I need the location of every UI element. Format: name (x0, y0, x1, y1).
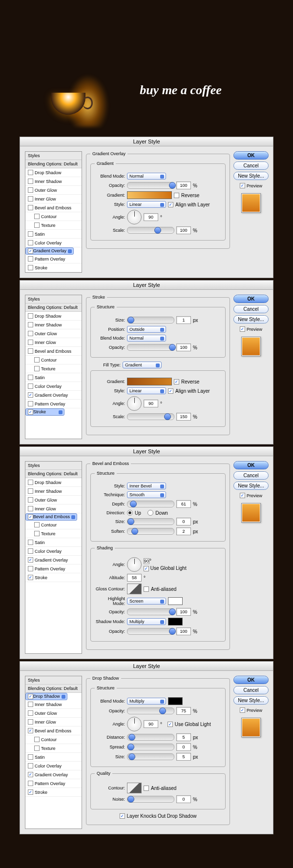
size-input[interactable]: 1 (176, 316, 191, 324)
sidebar-item-satin[interactable]: Satin (25, 230, 82, 239)
angle-input[interactable]: 90 (144, 720, 158, 728)
style-select[interactable]: Linear (127, 201, 166, 208)
opacity-slider[interactable] (127, 707, 174, 714)
gradient-picker[interactable] (127, 191, 172, 199)
size-slider[interactable] (127, 317, 174, 323)
bevel-style-select[interactable]: Inner Bevel (127, 483, 166, 489)
sidebar-item-drop-shadow[interactable]: Drop Shadow (25, 168, 82, 177)
blending-options[interactable]: Blending Options: Default (25, 160, 82, 168)
scale-slider[interactable] (127, 227, 174, 234)
checkbox[interactable] (28, 196, 33, 202)
sidebar-item-gradient-overlay[interactable]: Gradient Overlay (25, 247, 74, 255)
preview-checkbox[interactable] (240, 707, 245, 713)
checkbox[interactable] (28, 256, 33, 262)
ok-button[interactable]: OK (233, 676, 269, 684)
angle-input[interactable]: 90 (144, 213, 158, 221)
sidebar-item-color-overlay[interactable]: Color Overlay (25, 239, 82, 247)
soften-input[interactable]: 2 (176, 527, 191, 535)
angle-input[interactable]: 90 (144, 558, 149, 564)
highlight-color[interactable] (168, 597, 183, 605)
opacity-slider[interactable] (127, 182, 174, 189)
shadow-color[interactable] (168, 618, 183, 626)
direction-up-radio[interactable] (127, 510, 133, 516)
distance-slider[interactable] (127, 734, 174, 741)
scale-input[interactable]: 150 (176, 413, 191, 421)
noise-input[interactable]: 0 (176, 795, 191, 803)
noise-slider[interactable] (127, 796, 174, 803)
checkbox[interactable] (28, 170, 33, 175)
checkbox[interactable] (28, 265, 33, 270)
distance-input[interactable]: 5 (176, 733, 191, 741)
reverse-checkbox[interactable] (174, 379, 179, 384)
shadow-color[interactable] (168, 697, 183, 705)
sidebar-item-outer-glow[interactable]: Outer Glow (25, 186, 82, 195)
angle-input[interactable]: 90 (144, 400, 158, 407)
cancel-button[interactable]: Cancel (233, 161, 269, 170)
size-input[interactable]: 0 (176, 518, 191, 525)
reverse-checkbox[interactable] (174, 193, 179, 198)
sidebar-item-inner-glow[interactable]: Inner Glow (25, 195, 82, 203)
preview-checkbox[interactable] (240, 493, 245, 498)
checkbox[interactable] (28, 187, 33, 193)
checkbox[interactable] (34, 222, 40, 228)
altitude-input[interactable]: 58 (127, 574, 142, 582)
checkbox[interactable] (28, 179, 33, 184)
new-style-button[interactable]: New Style... (233, 315, 269, 323)
checkbox[interactable] (28, 205, 33, 210)
antialiased-checkbox[interactable] (144, 586, 149, 592)
blend-mode-select[interactable]: Multiply (127, 698, 166, 705)
filltype-select[interactable]: Gradient (123, 362, 162, 368)
blend-mode-select[interactable]: Normal (127, 173, 166, 180)
shadow-mode-select[interactable]: Multiply (127, 618, 166, 625)
gloss-contour-picker[interactable] (127, 584, 142, 594)
opacity-input[interactable]: 100 (176, 343, 191, 351)
checkbox[interactable] (28, 231, 33, 237)
align-checkbox[interactable] (168, 202, 173, 207)
cancel-button[interactable]: Cancel (233, 471, 269, 480)
align-checkbox[interactable] (168, 388, 173, 394)
global-light-checkbox[interactable] (144, 566, 149, 571)
direction-down-radio[interactable] (147, 510, 153, 516)
angle-dial[interactable] (127, 396, 142, 411)
new-style-button[interactable]: New Style... (233, 696, 269, 705)
antialiased-checkbox[interactable] (144, 786, 149, 791)
knockout-checkbox[interactable] (120, 813, 125, 819)
technique-select[interactable]: Smooth (127, 491, 166, 498)
style-select[interactable]: Linear (127, 387, 166, 394)
scale-input[interactable]: 100 (176, 226, 191, 234)
size-slider[interactable] (127, 518, 174, 525)
size-input[interactable]: 5 (176, 753, 191, 761)
contour-picker[interactable] (127, 783, 142, 793)
angle-dial[interactable] (127, 557, 142, 572)
sidebar-item-bevel[interactable]: Bevel and Emboss (25, 203, 82, 212)
global-light-checkbox[interactable] (167, 722, 173, 727)
sidebar-item-contour[interactable]: Contour (25, 212, 82, 221)
sidebar-item-inner-shadow[interactable]: Inner Shadow (25, 177, 82, 186)
sidebar-item-texture[interactable]: Texture (25, 221, 82, 230)
preview-checkbox[interactable] (240, 326, 245, 332)
checkbox[interactable] (34, 214, 40, 219)
checkbox[interactable] (28, 248, 33, 254)
size-slider[interactable] (127, 753, 174, 760)
sidebar-item-pattern-overlay[interactable]: Pattern Overlay (25, 255, 82, 263)
angle-dial[interactable] (127, 210, 142, 224)
new-style-button[interactable]: New Style... (233, 482, 269, 490)
depth-input[interactable]: 61 (176, 500, 191, 508)
gradient-picker[interactable] (127, 378, 172, 385)
highlight-opacity-slider[interactable] (127, 608, 174, 615)
new-style-button[interactable]: New Style... (233, 172, 269, 180)
blend-mode-select[interactable]: Normal (127, 335, 166, 342)
spread-slider[interactable] (127, 744, 174, 750)
ok-button[interactable]: OK (233, 151, 269, 160)
sidebar-item-stroke[interactable]: Stroke (25, 263, 82, 272)
position-select[interactable]: Outside (127, 326, 166, 333)
spread-input[interactable]: 0 (176, 743, 191, 751)
opacity-input[interactable]: 100 (176, 182, 191, 189)
cancel-button[interactable]: Cancel (233, 686, 269, 694)
highlight-mode-select[interactable]: Screen (127, 598, 166, 605)
cancel-button[interactable]: Cancel (233, 305, 269, 313)
shadow-opacity-slider[interactable] (127, 628, 174, 635)
soften-slider[interactable] (127, 528, 174, 535)
ok-button[interactable]: OK (233, 461, 269, 469)
opacity-slider[interactable] (127, 344, 174, 351)
